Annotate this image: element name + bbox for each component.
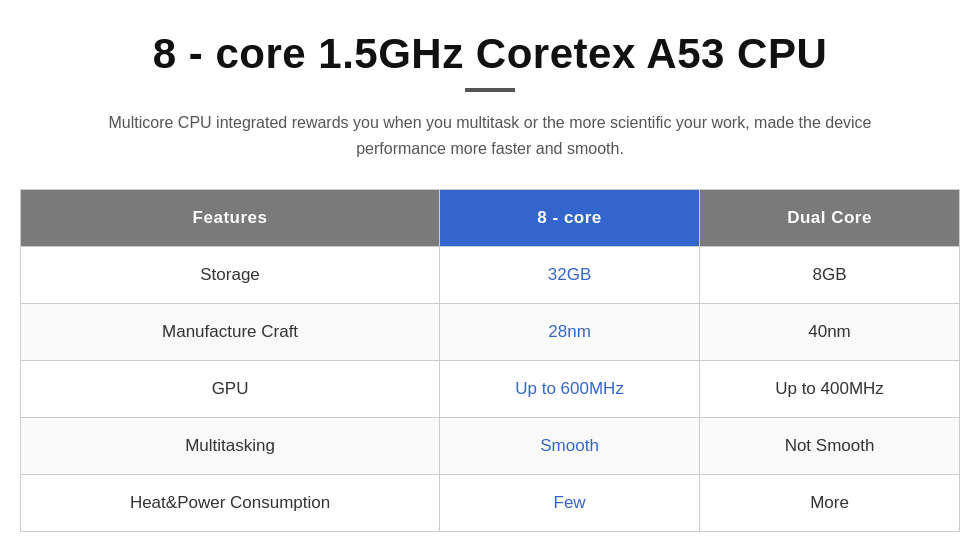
eight-core-value: Smooth [440, 418, 700, 475]
dual-core-value: More [700, 475, 960, 532]
comparison-table: Features 8 - core Dual Core Storage32GB8… [20, 189, 960, 532]
feature-label: Manufacture Craft [21, 304, 440, 361]
table-body: Storage32GB8GBManufacture Craft28nm40nmG… [21, 247, 960, 532]
dual-core-value: 8GB [700, 247, 960, 304]
feature-label: Heat&Power Consumption [21, 475, 440, 532]
title-divider [465, 88, 515, 92]
table-row: MultitaskingSmoothNot Smooth [21, 418, 960, 475]
table-header-row: Features 8 - core Dual Core [21, 190, 960, 247]
header-features: Features [21, 190, 440, 247]
page-title: 8 - core 1.5GHz Coretex A53 CPU [153, 30, 828, 78]
eight-core-value: 28nm [440, 304, 700, 361]
table-row: GPUUp to 600MHzUp to 400MHz [21, 361, 960, 418]
dual-core-value: Not Smooth [700, 418, 960, 475]
feature-label: GPU [21, 361, 440, 418]
dual-core-value: Up to 400MHz [700, 361, 960, 418]
eight-core-value: Up to 600MHz [440, 361, 700, 418]
subtitle-text: Multicore CPU integrated rewards you whe… [80, 110, 900, 161]
table-row: Storage32GB8GB [21, 247, 960, 304]
header-eight-core: 8 - core [440, 190, 700, 247]
table-row: Heat&Power ConsumptionFewMore [21, 475, 960, 532]
feature-label: Multitasking [21, 418, 440, 475]
header-dual-core: Dual Core [700, 190, 960, 247]
feature-label: Storage [21, 247, 440, 304]
eight-core-value: Few [440, 475, 700, 532]
dual-core-value: 40nm [700, 304, 960, 361]
table-row: Manufacture Craft28nm40nm [21, 304, 960, 361]
eight-core-value: 32GB [440, 247, 700, 304]
